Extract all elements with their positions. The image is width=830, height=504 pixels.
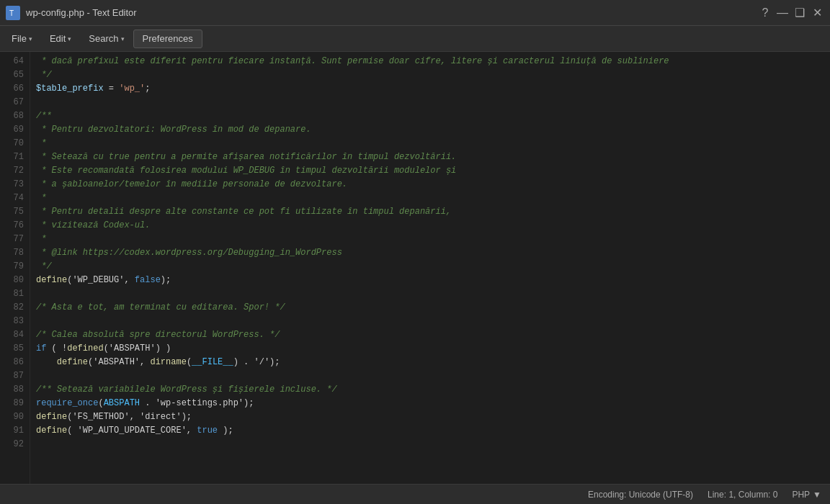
line-number: 79	[0, 260, 30, 274]
code-line: /* Asta e tot, am terminat cu editarea. …	[36, 301, 824, 315]
svg-text:T: T	[9, 9, 14, 17]
line-number: 90	[0, 410, 30, 424]
code-line: define('WP_DEBUG', false);	[36, 274, 824, 287]
line-number: 78	[0, 246, 30, 260]
encoding-status: Encoding: Unicode (UTF-8)	[588, 490, 693, 500]
code-line	[36, 315, 824, 328]
code-line: * @link https://codex.wordpress.org/Debu…	[36, 246, 824, 260]
position-status: Line: 1, Column: 0	[708, 490, 777, 500]
preferences-menu[interactable]: Preferences	[133, 30, 202, 48]
code-line: define('FS_METHOD', 'direct');	[36, 410, 824, 424]
code-line: * Pentru detalii despre alte constante c…	[36, 205, 824, 219]
line-number: 66	[0, 82, 30, 96]
file-menu[interactable]: File ▾	[3, 30, 41, 48]
line-number: 81	[0, 287, 30, 301]
line-number: 70	[0, 137, 30, 150]
code-line: * a șabloanelor/temelor în mediile perso…	[36, 178, 824, 192]
help-button[interactable]: ?	[758, 6, 772, 20]
line-number: 89	[0, 397, 30, 410]
menu-bar: File ▾ Edit ▾ Search ▾ Preferences	[0, 26, 830, 52]
line-number: 74	[0, 192, 30, 205]
line-number: 73	[0, 178, 30, 192]
code-line: define( 'WP_AUTO_UPDATE_CORE', true );	[36, 424, 824, 438]
code-line: */	[36, 68, 824, 82]
code-line: *	[36, 192, 824, 205]
line-number: 75	[0, 205, 30, 219]
code-content[interactable]: * dacă prefixul este diferit pentru fiec…	[30, 52, 830, 484]
window-title: wp-config.php - Text Editor	[26, 7, 137, 18]
code-line: * Setează cu true pentru a permite afișa…	[36, 150, 824, 164]
line-number: 69	[0, 123, 30, 137]
line-number: 67	[0, 96, 30, 109]
line-number: 71	[0, 150, 30, 164]
line-number: 82	[0, 301, 30, 315]
code-line: * vizitează Codex-ul.	[36, 219, 824, 233]
code-line: /** Setează variabilele WordPress și fiș…	[36, 383, 824, 397]
status-bar: Encoding: Unicode (UTF-8) Line: 1, Colum…	[0, 484, 830, 504]
code-line: require_once(ABSPATH . 'wp-settings.php'…	[36, 397, 824, 410]
code-line: * dacă prefixul este diferit pentru fiec…	[36, 55, 824, 68]
line-number: 84	[0, 328, 30, 342]
code-line: *	[36, 233, 824, 246]
title-bar: T wp-config.php - Text Editor ? — ❑ ✕	[0, 0, 830, 26]
code-line	[36, 96, 824, 109]
line-number: 91	[0, 424, 30, 438]
line-number: 80	[0, 274, 30, 287]
search-menu-arrow: ▾	[121, 35, 125, 42]
file-menu-arrow: ▾	[29, 35, 32, 42]
line-number: 85	[0, 342, 30, 356]
line-number: 68	[0, 109, 30, 123]
code-line: /* Calea absolută spre directorul WordPr…	[36, 328, 824, 342]
code-line	[36, 287, 824, 301]
code-line: *	[36, 137, 824, 150]
search-menu[interactable]: Search ▾	[80, 30, 133, 48]
line-number: 65	[0, 68, 30, 82]
line-number: 86	[0, 356, 30, 369]
code-line: if ( !defined('ABSPATH') )	[36, 342, 824, 356]
title-bar-left: T wp-config.php - Text Editor	[6, 6, 137, 20]
code-line: define('ABSPATH', dirname(__FILE__) . '/…	[36, 356, 824, 369]
line-number: 87	[0, 369, 30, 383]
maximize-button[interactable]: ❑	[793, 6, 807, 20]
edit-menu[interactable]: Edit ▾	[41, 30, 80, 48]
code-line: */	[36, 260, 824, 274]
code-line: /**	[36, 109, 824, 123]
language-selector[interactable]: PHP ▼	[792, 490, 821, 500]
line-number: 77	[0, 233, 30, 246]
code-line: $table_prefix = 'wp_';	[36, 82, 824, 96]
app-icon: T	[6, 6, 20, 20]
line-number: 72	[0, 164, 30, 178]
code-line	[36, 438, 824, 451]
line-number: 88	[0, 383, 30, 397]
close-button[interactable]: ✕	[810, 6, 824, 20]
line-number: 76	[0, 219, 30, 233]
code-area: 6465666768697071727374757677787980818283…	[0, 52, 830, 484]
line-numbers: 6465666768697071727374757677787980818283…	[0, 52, 30, 484]
code-line	[36, 369, 824, 383]
code-line: * Este recomandată folosirea modului WP_…	[36, 164, 824, 178]
code-line: * Pentru dezvoltatori: WordPress în mod …	[36, 123, 824, 137]
window-controls: ? — ❑ ✕	[758, 6, 824, 20]
minimize-button[interactable]: —	[775, 6, 790, 20]
edit-menu-arrow: ▾	[68, 35, 71, 42]
line-number: 92	[0, 438, 30, 451]
line-number: 64	[0, 55, 30, 68]
line-number: 83	[0, 315, 30, 328]
